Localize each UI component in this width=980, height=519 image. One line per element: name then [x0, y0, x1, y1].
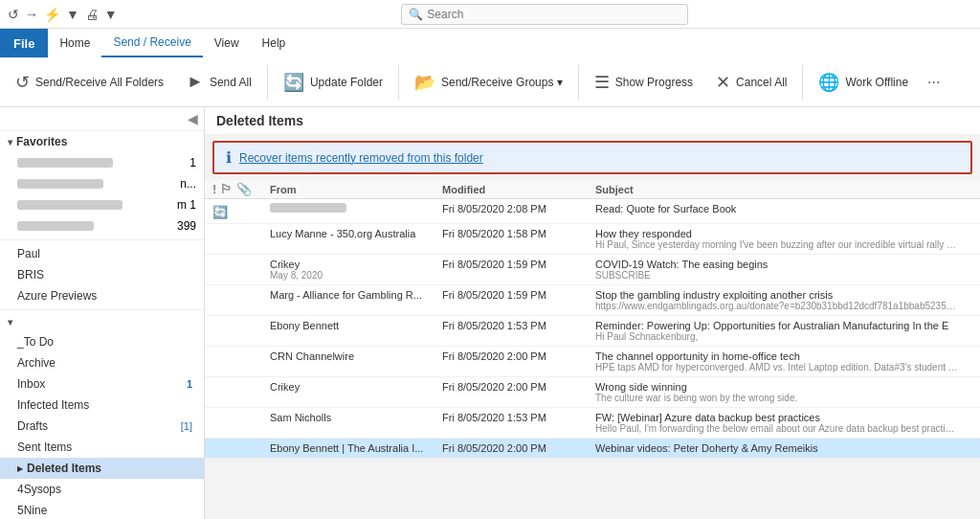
- show-progress-button[interactable]: ☰ Show Progress: [585, 61, 702, 103]
- menu-view[interactable]: View: [203, 29, 251, 57]
- work-offline-button[interactable]: 🌐 Work Offline: [809, 61, 918, 103]
- azure-previews-label: Azure Previews: [17, 289, 196, 303]
- email-row[interactable]: CrikeyMay 8, 2020 Fri 8/05/2020 1:59 PM …: [205, 255, 980, 285]
- sidebar-item-deleted-items[interactable]: ▸ Deleted Items: [0, 458, 204, 479]
- email-row[interactable]: 🔄 Fri 8/05/2020 2:08 PM Read: Quote for …: [205, 199, 980, 224]
- sidebar-section-folders[interactable]: ▾: [0, 313, 204, 331]
- email-row[interactable]: Ebony Bennett | The Australia I... Fri 8…: [205, 439, 980, 459]
- sidebar-item-4sysops[interactable]: 4Sysops: [0, 479, 204, 500]
- menu-help[interactable]: Help: [251, 29, 298, 57]
- menu-bar: File Home Send / Receive View Help: [0, 29, 980, 57]
- sidebar-item-archive[interactable]: Archive: [0, 352, 204, 373]
- recovery-link[interactable]: Recover items recently removed from this…: [239, 151, 483, 165]
- favorites-chevron: ▾: [8, 137, 12, 147]
- email-modified: Fri 8/05/2020 1:53 PM: [442, 320, 595, 331]
- send-receive-all-icon: ↺: [15, 72, 30, 93]
- sidebar-item-paul[interactable]: Paul: [0, 243, 204, 264]
- attachment-header-icon[interactable]: 📎: [236, 182, 252, 196]
- customize-icon[interactable]: ▼: [104, 7, 118, 22]
- email-modified: Fri 8/05/2020 2:00 PM: [442, 381, 595, 393]
- print-icon[interactable]: 🖨: [85, 7, 99, 22]
- ribbon-more-button[interactable]: ···: [922, 74, 946, 91]
- sidebar-item-inbox[interactable]: Inbox 1: [0, 373, 204, 395]
- send-receive-groups-button[interactable]: 📂 Send/Receive Groups ▾: [405, 61, 572, 103]
- fav4-badge: 399: [177, 219, 196, 233]
- inbox-badge: 1: [187, 378, 192, 390]
- menu-send-receive[interactable]: Send / Receive: [101, 29, 202, 57]
- update-folder-button[interactable]: 🔄 Update Folder: [274, 61, 392, 103]
- menu-file[interactable]: File: [0, 29, 48, 57]
- email-preview: Hi Paul Schnackenburg,: [595, 331, 959, 342]
- email-row[interactable]: CRN Channelwire Fri 8/05/2020 2:00 PM Th…: [205, 347, 980, 377]
- title-bar-controls[interactable]: ↺ → ⚡ ▼ 🖨 ▼: [8, 7, 118, 22]
- quick-access-icon[interactable]: ⚡: [44, 7, 60, 22]
- flag-header-icon[interactable]: 🏳: [220, 182, 233, 196]
- email-from: Sam Nicholls: [270, 412, 442, 423]
- sidebar-item-azure-previews[interactable]: Azure Previews: [0, 285, 204, 306]
- email-subject-line: Stop the gambling industry exploiting an…: [595, 289, 972, 301]
- sidebar-item-fav1[interactable]: 1: [0, 152, 204, 173]
- header-subject: Subject: [595, 184, 972, 195]
- inbox-label: Inbox: [17, 377, 187, 391]
- send-receive-groups-icon: 📂: [414, 72, 435, 93]
- info-icon: ℹ: [226, 148, 232, 167]
- importance-header-icon[interactable]: !: [212, 182, 216, 196]
- forward-icon[interactable]: →: [25, 7, 38, 22]
- fav2-blurred: [17, 179, 103, 189]
- sidebar-item-5nine[interactable]: 5Nine: [0, 500, 204, 519]
- sidebar-item-drafts[interactable]: Drafts [1]: [0, 416, 204, 437]
- email-modified: Fri 8/05/2020 2:00 PM: [442, 442, 595, 454]
- ribbon: ↺ Send/Receive All Folders ► Send All 🔄 …: [0, 57, 980, 107]
- deleted-items-label: Deleted Items: [27, 462, 196, 475]
- email-from: Ebony Bennett: [270, 320, 442, 331]
- email-status-icon: 🔄: [212, 205, 228, 219]
- sidebar-section-favorites[interactable]: ▾ Favorites: [0, 131, 204, 152]
- menu-home[interactable]: Home: [48, 29, 101, 57]
- cancel-all-button[interactable]: ✕ Cancel All: [706, 61, 796, 103]
- send-receive-all-button[interactable]: ↺ Send/Receive All Folders: [6, 61, 173, 103]
- search-input[interactable]: [401, 4, 688, 25]
- sidebar-item-infected-items[interactable]: Infected Items: [0, 395, 204, 416]
- email-row[interactable]: Sam Nicholls Fri 8/05/2020 1:53 PM FW: […: [205, 408, 980, 439]
- email-icons: [212, 412, 270, 414]
- send-receive-all-label: Send/Receive All Folders: [35, 76, 164, 89]
- show-progress-label: Show Progress: [615, 76, 693, 89]
- sidebar-item-todo[interactable]: _To Do: [0, 331, 204, 352]
- recovery-banner: ℹ Recover items recently removed from th…: [212, 141, 972, 174]
- email-row[interactable]: Ebony Bennett Fri 8/05/2020 1:53 PM Remi…: [205, 316, 980, 347]
- email-subject: Wrong side winning The culture war is be…: [595, 381, 972, 403]
- collapse-icon[interactable]: ◀: [188, 111, 198, 126]
- email-row[interactable]: Marg - Alliance for Gambling R... Fri 8/…: [205, 285, 980, 316]
- email-icons: 🔄: [212, 203, 270, 219]
- email-subject: COVID-19 Watch: The easing begins SUBSCR…: [595, 259, 972, 281]
- email-subject: Read: Quote for Surface Book: [595, 203, 972, 214]
- email-row[interactable]: Crikey Fri 8/05/2020 2:00 PM Wrong side …: [205, 377, 980, 408]
- sidebar-item-fav2[interactable]: n...: [0, 173, 204, 194]
- search-bar: 🔍: [118, 4, 972, 25]
- search-wrap: 🔍: [401, 4, 688, 25]
- refresh-icon[interactable]: ↺: [8, 7, 19, 22]
- sidebar-item-fav3[interactable]: m 1: [0, 194, 204, 215]
- send-all-button[interactable]: ► Send All: [177, 61, 261, 103]
- email-icons: [212, 320, 270, 322]
- email-from: Lucy Manne - 350.org Australia: [270, 228, 442, 239]
- archive-label: Archive: [17, 356, 196, 370]
- sidebar-collapse[interactable]: ◀: [0, 107, 204, 131]
- sidebar-item-fav4[interactable]: 399: [0, 215, 204, 237]
- send-receive-groups-label: Send/Receive Groups ▾: [441, 76, 563, 89]
- email-subject-line: Read: Quote for Surface Book: [595, 203, 972, 214]
- email-subject-line: The channel opportunity in home-office t…: [595, 350, 972, 362]
- email-list: 🔄 Fri 8/05/2020 2:08 PM Read: Quote for …: [205, 199, 980, 519]
- email-modified: Fri 8/05/2020 1:59 PM: [442, 259, 595, 270]
- infected-items-label: Infected Items: [17, 398, 196, 412]
- email-subject: Stop the gambling industry exploiting an…: [595, 289, 972, 311]
- email-subject-line: Wrong side winning: [595, 381, 972, 393]
- sidebar-item-bris[interactable]: BRIS: [0, 264, 204, 285]
- email-icons: [212, 350, 270, 352]
- email-icons: [212, 259, 270, 260]
- dropdown-icon[interactable]: ▼: [66, 7, 79, 22]
- ribbon-divider-4: [802, 65, 803, 100]
- email-row[interactable]: Lucy Manne - 350.org Australia Fri 8/05/…: [205, 224, 980, 255]
- sidebar-item-sent-items[interactable]: Sent Items: [0, 437, 204, 458]
- email-from: Marg - Alliance for Gambling R...: [270, 289, 442, 301]
